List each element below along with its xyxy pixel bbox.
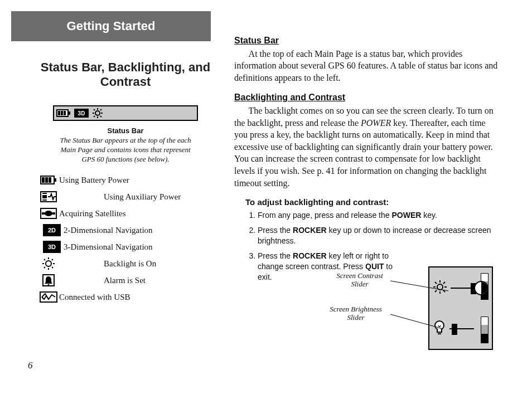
svg-rect-3 — [61, 111, 63, 115]
icon-label: Backlight is On — [104, 259, 156, 269]
icon-row-battery: Using Battery Power — [39, 172, 212, 188]
svg-line-12 — [94, 109, 95, 110]
svg-rect-27 — [42, 212, 45, 215]
svg-rect-18 — [42, 177, 45, 183]
svg-rect-19 — [45, 177, 48, 183]
battery-icon — [39, 175, 58, 185]
svg-line-13 — [100, 116, 101, 117]
svg-rect-4 — [64, 111, 66, 115]
key-rocker: ROCKER — [293, 226, 327, 235]
slider-figure: Screen Contrast Slider Screen Brightness… — [326, 266, 493, 356]
heading-backlight-contrast: Backlighting and Contrast — [234, 91, 499, 104]
icon-row-alarm: Alarm is Set — [39, 272, 212, 289]
usb-icon — [39, 291, 58, 303]
battery-icon — [56, 109, 71, 118]
svg-text:3D: 3D — [78, 110, 85, 116]
icon-row-nav3d: 3D3-Dimensional Navigation — [39, 239, 212, 255]
svg-line-39 — [52, 267, 53, 268]
icon-row-sat: Acquiring Satellites — [39, 205, 212, 222]
page-number: 6 — [28, 360, 33, 371]
sat-icon — [39, 208, 58, 219]
icon-label: Using Battery Power — [59, 176, 129, 185]
backlight-icon — [39, 257, 58, 270]
text: Press the — [258, 251, 293, 260]
paragraph-status-bar: At the top of each Main Page is a status… — [234, 48, 499, 84]
svg-rect-28 — [52, 212, 55, 215]
step-2: Press the ROCKER key up or down to incre… — [258, 225, 499, 246]
key-power: POWER — [361, 118, 391, 128]
svg-text:2D: 2D — [48, 227, 56, 233]
icon-label: 3-Dimensional Navigation — [64, 242, 153, 252]
svg-point-43 — [48, 284, 50, 286]
svg-rect-22 — [42, 195, 47, 198]
svg-line-56 — [390, 281, 448, 291]
svg-rect-20 — [49, 177, 51, 183]
chapter-header: Getting Started — [11, 11, 211, 41]
nav3d-icon: 3D — [74, 109, 89, 118]
svg-rect-17 — [54, 178, 56, 182]
text: key. Thereafter, each time you press a k… — [234, 118, 493, 188]
icon-row-backlight: Backlight is On — [39, 255, 212, 272]
text: Press the — [258, 226, 293, 235]
section-title: Status Bar, Backlighting, and Contrast — [39, 60, 212, 90]
backlight-icon — [92, 108, 103, 118]
svg-line-38 — [44, 259, 45, 260]
icon-label: Alarm is Set — [104, 276, 146, 285]
svg-line-41 — [52, 259, 53, 260]
step-1: From any page, press and release the POW… — [258, 210, 499, 221]
paragraph-backlight-contrast: The backlight comes on so you can see th… — [234, 105, 499, 189]
svg-line-40 — [44, 267, 45, 268]
icon-row-nav2d: 2D2-Dimensional Navigation — [39, 222, 212, 239]
icon-label: Acquiring Satellites — [59, 209, 126, 218]
svg-rect-2 — [58, 111, 60, 115]
alarm-icon — [39, 274, 58, 286]
status-icon-table: Using Battery PowerUsing Auxiliary Power… — [39, 172, 212, 305]
svg-point-33 — [46, 261, 51, 266]
key-rocker: ROCKER — [293, 251, 327, 260]
procedure-heading: To adjust backlighting and contrast: — [245, 197, 499, 208]
svg-point-7 — [95, 111, 100, 115]
nav2d-icon: 2D — [42, 224, 61, 236]
nav3d-icon: 3D — [42, 241, 61, 253]
icon-label: 2-Dimensional Navigation — [64, 226, 153, 235]
text: From any page, press and release the — [258, 211, 391, 220]
key-power: POWER — [391, 211, 421, 220]
svg-line-15 — [100, 109, 101, 110]
svg-line-57 — [390, 314, 443, 329]
status-bar-figure: 3D Status Bar The Status Bar appears at … — [53, 105, 198, 164]
icon-label: Using Auxiliary Power — [104, 192, 181, 202]
status-bar-caption: The Status Bar appears at the top of the… — [53, 136, 198, 164]
aux-power-icon — [39, 191, 58, 202]
svg-point-26 — [45, 211, 52, 216]
status-bar-caption-head: Status Bar — [53, 126, 198, 135]
icon-row-aux-power: Using Auxiliary Power — [39, 188, 212, 205]
heading-status-bar: Status Bar — [234, 35, 499, 47]
text: key. — [421, 211, 437, 220]
icon-label: Connected with USB — [59, 293, 130, 302]
svg-rect-1 — [68, 111, 70, 115]
svg-line-14 — [94, 116, 95, 117]
svg-text:3D: 3D — [48, 244, 56, 250]
icon-row-usb: Connected with USB — [39, 289, 212, 305]
